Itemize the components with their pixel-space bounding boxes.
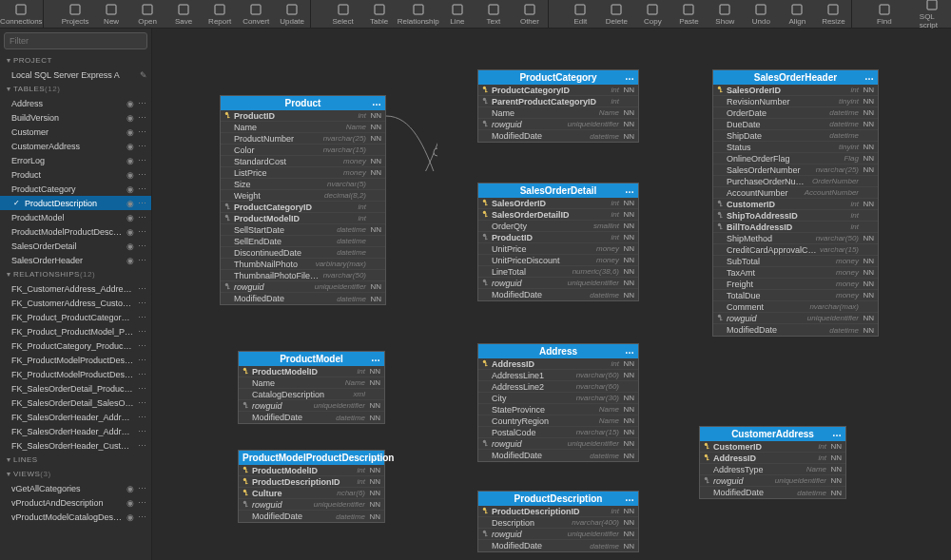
delete-button[interactable]: Delete (598, 0, 634, 28)
column-row[interactable]: StandardCostmoneyNN (221, 156, 385, 167)
more-icon[interactable]: ⋯ (138, 170, 147, 180)
column-row[interactable]: CountryRegionNameNN (478, 415, 638, 427)
align-button[interactable]: Align (779, 0, 815, 28)
column-row[interactable]: ModifiedDatedatetimeNN (221, 293, 385, 304)
filter-input[interactable] (4, 32, 147, 49)
column-row[interactable]: ProductModelIDint (221, 213, 385, 224)
more-icon[interactable]: ⋯ (138, 341, 147, 351)
tree-item[interactable]: ✓ProductDescription◉⋯ (0, 196, 151, 210)
column-row[interactable]: ProductIDintNN (221, 110, 385, 122)
tree-item[interactable]: FK_Product_ProductCategory_ProductCatego… (0, 310, 151, 324)
column-row[interactable]: DueDatedatetimeNN (713, 119, 878, 130)
column-row[interactable]: SalesOrderIDintNN (713, 85, 878, 96)
tree-item[interactable]: FK_ProductModelProductDescription_Produc… (0, 353, 151, 367)
column-row[interactable]: TaxAmtmoneyNN (713, 267, 878, 279)
column-row[interactable]: FreightmoneyNN (713, 279, 878, 290)
tree-item[interactable]: Address◉⋯ (0, 96, 151, 110)
sql-script-button[interactable]: SQL script (914, 0, 951, 28)
visibility-icon[interactable]: ◉ (126, 241, 134, 251)
column-row[interactable]: ProductCategoryIDintNN (478, 85, 638, 96)
other-button[interactable]: Other (512, 0, 548, 28)
column-row[interactable]: ProductDescriptionIDintNN (239, 476, 384, 488)
column-row[interactable]: ParentProductCategoryIDint (478, 96, 638, 107)
column-row[interactable]: SalesOrderNumbernvarchar(25)NN (713, 164, 878, 176)
line-button[interactable]: Line (439, 0, 476, 28)
visibility-icon[interactable]: ◉ (126, 142, 134, 151)
entity-table-customeraddress[interactable]: CustomerAddressCustomerIDintNNAddressIDi… (699, 426, 846, 499)
visibility-icon[interactable]: ◉ (126, 213, 134, 222)
tree-header-tables[interactable]: ▾TABLES (12) (0, 82, 151, 96)
visibility-icon[interactable]: ◉ (126, 170, 134, 180)
column-row[interactable]: AddressLine1nvarchar(60)NN (478, 370, 638, 381)
entity-title[interactable]: SalesOrderHeader (713, 70, 878, 85)
edit-icon[interactable]: ✎ (140, 70, 147, 80)
more-icon[interactable]: ⋯ (138, 199, 147, 208)
column-row[interactable]: SalesOrderIDintNN (478, 198, 638, 209)
visibility-icon[interactable]: ◉ (126, 199, 134, 208)
column-row[interactable]: AddressTypeNameNN (700, 464, 845, 475)
undo-button[interactable]: Undo (743, 0, 779, 28)
tree-item[interactable]: SalesOrderHeader◉⋯ (0, 253, 151, 267)
column-row[interactable]: rowguiduniqueidentifierNN (478, 529, 638, 540)
column-row[interactable]: ModifiedDatedatetimeNN (478, 130, 638, 142)
more-icon[interactable]: ⋯ (138, 484, 147, 493)
column-row[interactable]: ProductIDintNN (478, 232, 638, 243)
column-row[interactable]: ProductModelIDintNN (239, 465, 384, 476)
column-row[interactable]: BillToAddressIDint (713, 222, 878, 233)
column-row[interactable]: SellStartDatedatetimeNN (221, 224, 385, 236)
entity-title[interactable]: ProductCategory (478, 70, 638, 85)
open-button[interactable]: Open (129, 0, 165, 28)
find-button[interactable]: Find (866, 0, 902, 28)
more-icon[interactable]: ⋯ (138, 113, 147, 123)
more-icon[interactable]: ⋯ (138, 427, 147, 436)
column-row[interactable]: PurchaseOrderNumberOrderNumber (713, 176, 878, 187)
more-icon[interactable]: ⋯ (138, 142, 147, 151)
column-row[interactable]: ProductDescriptionIDintNN (478, 506, 638, 517)
visibility-icon[interactable]: ◉ (126, 99, 134, 108)
column-row[interactable]: LineTotalnumeric(38,6)NN (478, 266, 638, 278)
tree-item[interactable]: Customer◉⋯ (0, 125, 151, 139)
more-icon[interactable]: ⋯ (138, 512, 147, 522)
column-row[interactable]: AddressIDintNN (700, 453, 845, 464)
column-row[interactable]: rowguiduniqueidentifierNN (239, 499, 384, 511)
tree-header-relationships[interactable]: ▾RELATIONSHIPS (12) (0, 267, 151, 281)
column-row[interactable]: UnitPriceDiscountmoneyNN (478, 255, 638, 266)
show-button[interactable]: Show (707, 0, 743, 28)
more-icon[interactable]: ⋯ (138, 327, 147, 337)
more-icon[interactable]: ⋯ (138, 356, 147, 365)
entity-title[interactable]: Address (478, 344, 638, 358)
save-button[interactable]: Save (165, 0, 202, 28)
tree-item[interactable]: FK_SalesOrderDetail_SalesOrderHeader_Sal… (0, 396, 151, 410)
column-row[interactable]: AddressIDintNN (478, 358, 638, 370)
column-row[interactable]: Weightdecimal(8,2) (221, 190, 385, 202)
column-row[interactable]: CustomerIDintNN (713, 199, 878, 210)
visibility-icon[interactable]: ◉ (126, 498, 134, 508)
entity-table-address[interactable]: AddressAddressIDintNNAddressLine1nvarcha… (477, 343, 639, 462)
column-row[interactable]: Commentnvarchar(max) (713, 301, 878, 313)
entity-title[interactable]: ProductModel (239, 352, 384, 366)
relationship-button[interactable]: Relationship (398, 0, 439, 28)
tree-item[interactable]: vProductAndDescription◉⋯ (0, 495, 151, 510)
tree-header-project[interactable]: ▾PROJECT (0, 53, 151, 68)
column-row[interactable]: ListPricemoneyNN (221, 167, 385, 179)
copy-button[interactable]: Copy (634, 0, 670, 28)
column-row[interactable]: Colornvarchar(15) (221, 145, 385, 156)
column-row[interactable]: rowguiduniqueidentifierNN (700, 475, 845, 487)
column-row[interactable]: ShipToAddressIDint (713, 210, 878, 222)
column-row[interactable]: rowguiduniqueidentifierNN (221, 281, 385, 293)
entity-table-salesorderheader[interactable]: SalesOrderHeaderSalesOrderIDintNNRevisio… (712, 69, 879, 337)
more-icon[interactable]: ⋯ (138, 398, 147, 408)
entity-table-pmpd[interactable]: ProductModelProductDescriptionProductMod… (238, 450, 385, 523)
column-row[interactable]: Culturenchar(6)NN (239, 488, 384, 499)
column-row[interactable]: NameNameNN (221, 122, 385, 133)
entity-table-product[interactable]: ProductProductIDintNNNameNameNNProductNu… (220, 95, 386, 305)
column-row[interactable]: ModifiedDatedatetimeNN (478, 289, 638, 300)
column-row[interactable]: ProductNumbernvarchar(25)NN (221, 133, 385, 145)
column-row[interactable]: Descriptionnvarchar(400)NN (478, 517, 638, 529)
more-icon[interactable]: ⋯ (138, 184, 147, 194)
more-icon[interactable]: ⋯ (138, 256, 147, 265)
entity-table-productcategory[interactable]: ProductCategoryProductCategoryIDintNNPar… (477, 69, 639, 143)
tree-item[interactable]: ErrorLog◉⋯ (0, 153, 151, 167)
column-row[interactable]: StateProvinceNameNN (478, 404, 638, 415)
column-row[interactable]: CreditCardApprovalCodevarchar(15) (713, 244, 878, 256)
